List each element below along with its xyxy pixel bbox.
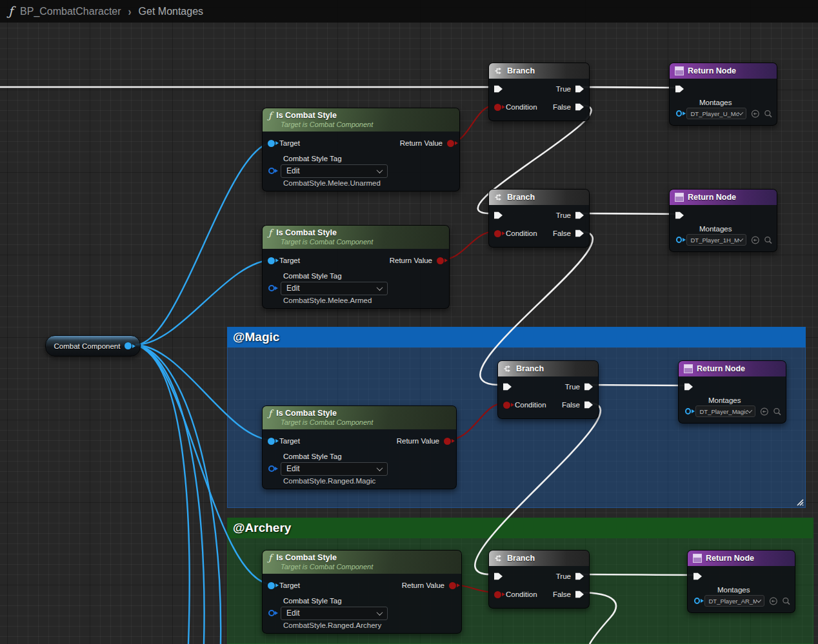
browse-asset-icon[interactable] [764,235,773,245]
node-header[interactable]: ƒIs Combat Style Target is Combat Compon… [263,406,456,429]
exec-true-pin[interactable] [575,211,584,220]
return-node-archery[interactable]: Return Node Montages DT_Player_AR_M [687,550,795,613]
exec-in-pin[interactable] [494,572,503,581]
use-selected-asset-icon[interactable] [751,235,760,245]
browse-asset-icon[interactable] [773,407,782,416]
variable-node-combat-component[interactable]: Combat Component [45,335,141,356]
condition-pin[interactable] [494,591,501,598]
condition-pin[interactable] [494,104,501,111]
comment-header[interactable]: @Magic [227,327,806,347]
use-selected-asset-icon[interactable] [751,109,760,119]
branch-node-2[interactable]: Branch True Condition False [488,189,590,248]
exec-false-pin[interactable] [575,229,584,238]
combat-style-tag-pin[interactable] [268,285,275,291]
chevron-down-icon [377,465,383,471]
browse-asset-icon[interactable] [764,109,773,119]
target-pin[interactable] [268,140,275,147]
object-wire-down-3 [135,345,190,644]
node-header[interactable]: Return Node [670,63,777,79]
montages-pin-label: Montages [717,586,795,594]
use-selected-asset-icon[interactable] [769,596,778,606]
condition-pin[interactable] [494,230,501,237]
exec-true-pin[interactable] [575,85,584,93]
return-value-pin[interactable] [447,140,454,147]
montages-pin[interactable] [685,408,691,415]
function-node-is-combat-style-armed[interactable]: ƒIs Combat Style Target is Combat Compon… [262,225,450,309]
exec-false-pin[interactable] [575,103,584,112]
breadcrumb-function[interactable]: Get Montages [139,6,204,17]
branch-node-archery[interactable]: Branch True Condition False [488,550,590,609]
exec-in-pin[interactable] [675,85,684,93]
exec-in-pin[interactable] [494,211,503,220]
montages-asset-dropdown[interactable]: DT_Player_Magic [695,405,755,417]
node-header[interactable]: Branch [489,190,589,205]
tag-value: CombatStyle.Ranged.Archery [283,621,461,629]
function-node-is-combat-style-unarmed[interactable]: ƒIs Combat Style Target is Combat Compon… [262,108,460,191]
combat-component-output-pin[interactable] [125,342,132,349]
node-header[interactable]: Branch [489,63,589,79]
condition-pin-label: Condition [515,401,546,409]
branch-node-magic[interactable]: Branch True Condition False [497,360,599,419]
tag-edit-dropdown[interactable]: Edit [281,462,388,476]
combat-style-tag-pin[interactable] [268,610,275,616]
montages-pin[interactable] [676,237,682,243]
node-header[interactable]: Return Node [688,551,795,566]
return-node-magic[interactable]: Return Node Montages DT_Player_Magic [678,360,786,424]
browse-asset-icon[interactable] [782,596,791,606]
target-pin[interactable] [268,582,275,589]
exec-true-pin[interactable] [575,572,584,581]
function-node-is-combat-style-archery[interactable]: ƒIs Combat Style Target is Combat Compon… [262,550,462,634]
function-icon: ƒ [268,553,272,562]
node-header[interactable]: ƒIs Combat Style Target is Combat Compon… [263,551,461,574]
exec-true-pin[interactable] [584,383,593,391]
montages-pin[interactable] [676,110,682,117]
exec-in-pin[interactable] [693,572,702,581]
exec-in-pin[interactable] [684,383,693,391]
node-header[interactable]: Branch [498,361,598,376]
comment-label: @Archery [233,521,291,535]
node-subtitle: Target is Combat Component [281,238,443,246]
branch-node-1[interactable]: Branch True Condition False [488,63,590,121]
return-value-pin[interactable] [449,582,456,589]
function-graph-icon: ƒ [8,5,13,17]
combat-style-tag-label: Combat Style Tag [283,597,461,605]
function-node-is-combat-style-magic[interactable]: ƒIs Combat Style Target is Combat Compon… [262,405,457,489]
exec-in-pin[interactable] [494,85,503,93]
node-header[interactable]: Branch [489,551,589,566]
resize-handle[interactable] [794,496,804,507]
node-header[interactable]: Return Node [679,361,786,376]
use-selected-asset-icon[interactable] [760,407,769,416]
montages-pin[interactable] [694,598,700,604]
dropdown-value: DT_Player_Magic [699,408,747,415]
exec-false-pin[interactable] [584,401,593,409]
return-node-2[interactable]: Return Node Montages DT_Player_1H_M [669,189,777,252]
breadcrumb-blueprint[interactable]: BP_CombatCharacter [20,6,121,17]
target-pin[interactable] [268,438,275,445]
blueprint-graph[interactable]: { "breadcrumb": { "function_icon": "ƒ", … [0,0,818,644]
node-title: Is Combat Style [276,553,337,562]
target-pin[interactable] [268,257,275,264]
node-header[interactable]: ƒIs Combat Style Target is Combat Compon… [263,108,459,132]
tag-edit-dropdown[interactable]: Edit [281,164,388,178]
node-header[interactable]: ƒIs Combat Style Target is Combat Compon… [263,226,449,249]
exec-in-pin[interactable] [503,383,512,391]
tag-edit-dropdown[interactable]: Edit [281,282,388,295]
tag-edit-dropdown[interactable]: Edit [281,607,388,620]
combat-style-tag-pin[interactable] [268,465,275,472]
combat-style-tag-pin[interactable] [268,168,275,174]
return-value-pin-label: Return Value [397,437,439,445]
dropdown-value: Edit [286,464,300,473]
return-value-pin[interactable] [437,257,444,264]
return-value-pin[interactable] [444,438,451,445]
chevron-down-icon [746,407,752,413]
montages-asset-dropdown[interactable]: DT_Player_U_Mo [686,108,746,119]
return-node-1[interactable]: Return Node Montages DT_Player_U_Mo [669,63,777,126]
false-pin-label: False [553,229,571,237]
node-header[interactable]: Return Node [670,190,777,205]
comment-header[interactable]: @Archery [227,518,813,538]
montages-asset-dropdown[interactable]: DT_Player_1H_M [686,234,746,246]
montages-asset-dropdown[interactable]: DT_Player_AR_M [704,595,764,607]
exec-false-pin[interactable] [575,590,584,599]
condition-pin[interactable] [503,402,510,409]
exec-in-pin[interactable] [675,211,684,220]
